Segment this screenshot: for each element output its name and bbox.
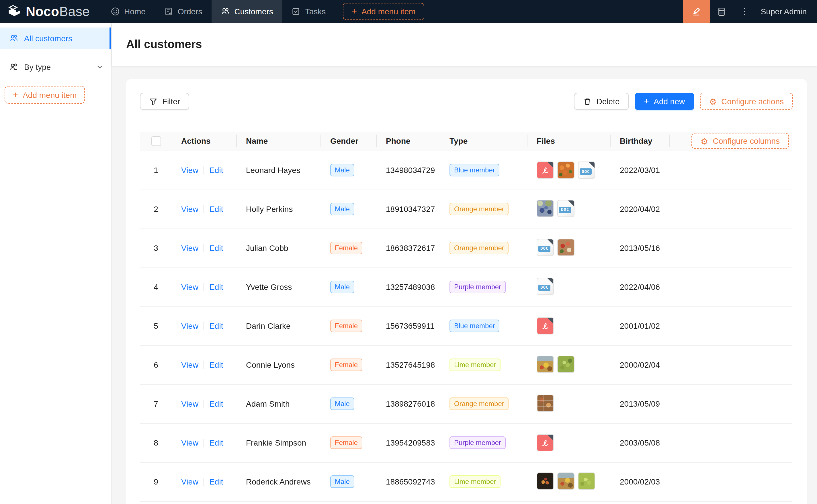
view-link[interactable]: View (181, 282, 198, 292)
configure-actions-label: Configure actions (721, 97, 784, 106)
sidebar-add-menu-item-button[interactable]: + Add menu item (5, 86, 85, 104)
view-link[interactable]: View (181, 166, 198, 175)
action-divider (203, 478, 204, 486)
edit-link[interactable]: Edit (209, 166, 223, 175)
customer-birthday: 2022/04/06 (620, 282, 660, 292)
view-link[interactable]: View (181, 438, 198, 447)
row-index: 4 (154, 282, 158, 292)
select-all-checkbox[interactable] (151, 136, 161, 146)
file-pdf-icon[interactable] (537, 434, 554, 451)
edit-link[interactable]: Edit (209, 321, 223, 330)
file-image-thumbnail[interactable] (537, 394, 554, 412)
brand-name-bold: Noco (26, 4, 59, 19)
file-image-thumbnail[interactable] (557, 472, 574, 489)
row-index: 5 (154, 321, 158, 330)
customer-phone: 13527645198 (386, 360, 435, 369)
people-group-icon (9, 62, 18, 72)
sidebar-item-by-type[interactable]: By type (0, 56, 111, 78)
file-image-thumbnail[interactable] (578, 472, 595, 489)
file-doc-icon[interactable]: DOC (557, 200, 574, 217)
view-link[interactable]: View (181, 243, 198, 253)
view-link[interactable]: View (181, 360, 198, 369)
file-image-thumbnail[interactable] (537, 200, 554, 217)
brand-logo[interactable]: NocoBase (0, 0, 95, 23)
table-row: 4 ViewEdit Yvette Gross Male 13257489038… (140, 267, 792, 306)
column-header-files: Files (527, 132, 610, 151)
main-content: All customers Filter (112, 23, 817, 504)
column-header-phone: Phone (377, 132, 440, 151)
customer-phone: 18865092743 (386, 477, 435, 486)
add-new-button[interactable]: + Add new (635, 93, 694, 110)
view-link[interactable]: View (181, 399, 198, 408)
column-header-name: Name (237, 132, 321, 151)
view-link[interactable]: View (181, 204, 198, 214)
more-actions-button[interactable]: ⋮ (733, 0, 756, 23)
edit-link[interactable]: Edit (209, 204, 223, 214)
configure-columns-button[interactable]: ⚙ Configure columns (692, 133, 789, 149)
file-image-thumbnail[interactable] (557, 162, 574, 179)
table-row: 9 ViewEdit Roderick Andrews Male 1886509… (140, 462, 792, 501)
customer-phone: 18910347327 (386, 204, 435, 214)
customer-birthday: 2022/03/01 (620, 166, 660, 175)
member-type-tag: Purple member (449, 281, 506, 293)
column-header-gender: Gender (321, 132, 377, 151)
file-doc-icon[interactable]: DOC (578, 162, 595, 179)
top-menu-item-tasks[interactable]: Tasks (282, 0, 335, 23)
top-add-menu-item-button[interactable]: + Add menu item (343, 3, 424, 20)
file-image-thumbnail[interactable] (537, 472, 554, 489)
customer-phone: 13954209583 (386, 438, 435, 447)
file-doc-icon[interactable]: DOC (537, 277, 554, 295)
top-menu-item-customers[interactable]: Customers (211, 0, 282, 23)
trash-icon (583, 97, 592, 106)
filter-button[interactable]: Filter (140, 93, 189, 110)
view-link[interactable]: View (181, 321, 198, 330)
file-pdf-icon[interactable] (537, 317, 554, 334)
ui-editor-button[interactable] (683, 0, 710, 23)
sidebar-item-all-customers[interactable]: All customers (0, 27, 111, 49)
device-list-icon (717, 7, 727, 16)
gender-tag: Female (330, 320, 362, 332)
edit-link[interactable]: Edit (209, 360, 223, 369)
configure-actions-button[interactable]: ⚙ Configure actions (700, 93, 793, 110)
action-divider (203, 361, 204, 369)
customers-table: Actions Name Gender Phone Type Files Bir… (140, 132, 792, 501)
sidebar-add-menu-item-label: Add menu item (23, 90, 76, 99)
delete-button[interactable]: Delete (574, 93, 629, 110)
top-add-menu-item-label: Add menu item (362, 7, 415, 16)
top-nav-right: ⋮ Super Admin (683, 0, 817, 23)
top-menu-item-home[interactable]: Home (101, 0, 155, 23)
top-nav: NocoBase Home Orders Customers Tasks + A… (0, 0, 817, 23)
file-pdf-icon[interactable] (537, 162, 554, 179)
edit-link[interactable]: Edit (209, 243, 223, 253)
filter-label: Filter (162, 97, 180, 106)
action-divider (203, 244, 204, 252)
file-image-thumbnail[interactable] (557, 239, 574, 256)
member-type-tag: Orange member (449, 242, 509, 254)
customer-birthday: 2013/05/09 (620, 399, 660, 408)
ellipsis-vertical-icon: ⋮ (741, 6, 749, 17)
edit-link[interactable]: Edit (209, 477, 223, 486)
file-doc-icon[interactable]: DOC (537, 239, 554, 256)
column-header-birthday: Birthday (610, 132, 670, 151)
gender-tag: Female (330, 436, 362, 449)
customer-phone: 13498034729 (386, 166, 435, 175)
action-divider (203, 439, 204, 447)
edit-link[interactable]: Edit (209, 438, 223, 447)
plus-icon: + (644, 97, 649, 106)
user-menu[interactable]: Super Admin (756, 0, 817, 23)
gender-tag: Male (330, 397, 354, 410)
edit-link[interactable]: Edit (209, 399, 223, 408)
file-image-thumbnail[interactable] (537, 355, 554, 373)
customer-name: Connie Lyons (246, 360, 295, 369)
file-image-thumbnail[interactable] (557, 355, 574, 373)
customer-name: Roderick Andrews (246, 477, 311, 486)
mobile-devices-button[interactable] (710, 0, 733, 23)
edit-link[interactable]: Edit (209, 282, 223, 292)
view-link[interactable]: View (181, 477, 198, 486)
sidebar: All customers By type (0, 23, 112, 504)
column-header-actions: Actions (172, 132, 237, 151)
top-menu-item-orders[interactable]: Orders (155, 0, 212, 23)
gender-tag: Female (330, 242, 362, 254)
customer-name: Adam Smith (246, 399, 290, 408)
top-menu: Home Orders Customers Tasks (101, 0, 335, 23)
